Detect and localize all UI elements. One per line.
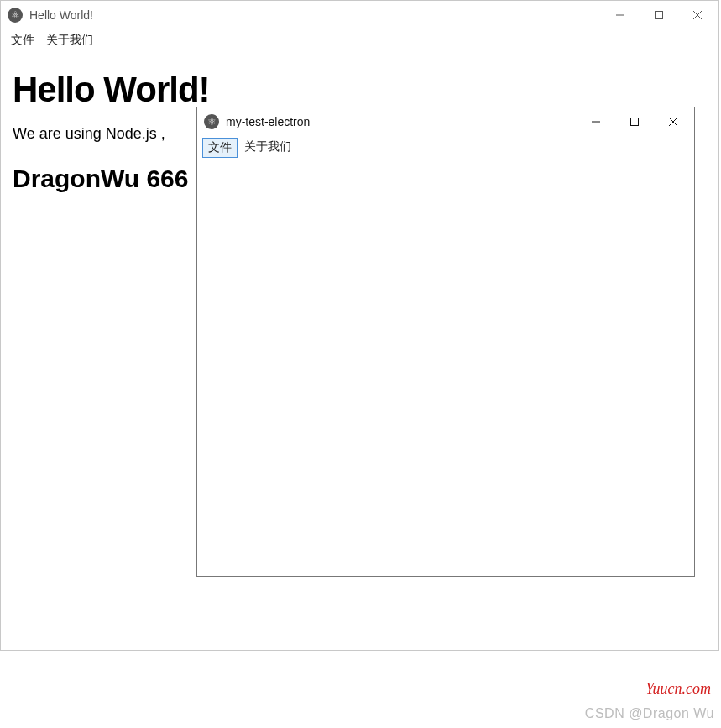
menu-about-front[interactable]: 关于我们 <box>239 138 296 158</box>
menubar-back: 文件 关于我们 <box>1 29 718 51</box>
close-button-front[interactable] <box>654 108 692 135</box>
titlebar-front[interactable]: ⚛ my-test-electron <box>197 107 694 136</box>
menu-file-front[interactable]: 文件 <box>202 138 238 158</box>
svg-rect-5 <box>631 118 639 126</box>
watermark-csdn: CSDN @Dragon Wu <box>585 706 714 721</box>
window-title-back: Hello World! <box>29 8 601 22</box>
watermark-yuucn: Yuucn.com <box>645 680 711 698</box>
close-button-back[interactable] <box>678 2 717 29</box>
menu-file-back[interactable]: 文件 <box>6 31 39 50</box>
window-my-test-electron: ⚛ my-test-electron 文件 关于我们 <box>196 107 695 577</box>
page-heading: Hello World! <box>13 70 707 110</box>
minimize-button-front[interactable] <box>577 108 615 135</box>
electron-icon: ⚛ <box>8 8 23 23</box>
maximize-button-front[interactable] <box>615 108 654 135</box>
svg-rect-1 <box>656 12 663 19</box>
titlebar-back[interactable]: ⚛ Hello World! <box>1 1 718 29</box>
window-title-front: my-test-electron <box>226 115 577 128</box>
menubar-front: 文件 关于我们 <box>197 136 694 160</box>
maximize-button-back[interactable] <box>640 2 678 29</box>
menu-about-back[interactable]: 关于我们 <box>41 31 98 50</box>
window-controls-back <box>601 2 717 29</box>
electron-icon: ⚛ <box>204 114 219 129</box>
window-controls-front <box>577 108 692 135</box>
minimize-button-back[interactable] <box>601 2 640 29</box>
